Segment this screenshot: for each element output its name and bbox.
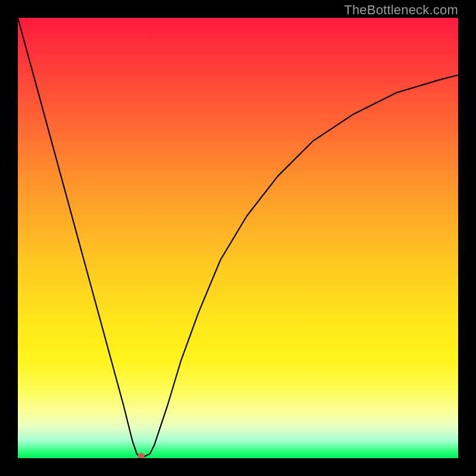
plot-area <box>18 18 458 458</box>
min-marker <box>137 453 145 458</box>
watermark-text: TheBottleneck.com <box>344 2 458 18</box>
chart-frame: TheBottleneck.com <box>0 0 476 476</box>
curve-svg <box>18 18 458 458</box>
bottleneck-curve <box>18 18 458 458</box>
